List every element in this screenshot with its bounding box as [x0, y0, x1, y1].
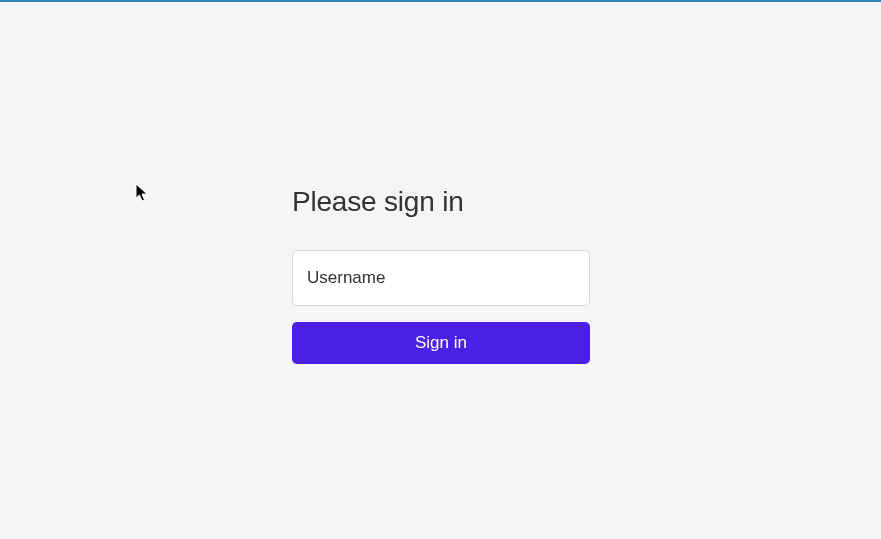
username-input[interactable] [292, 250, 590, 306]
top-accent-border [0, 0, 881, 2]
signin-heading: Please sign in [292, 186, 590, 218]
signin-form: Please sign in Sign in [292, 186, 590, 364]
mouse-cursor-icon [135, 183, 149, 203]
signin-button[interactable]: Sign in [292, 322, 590, 364]
